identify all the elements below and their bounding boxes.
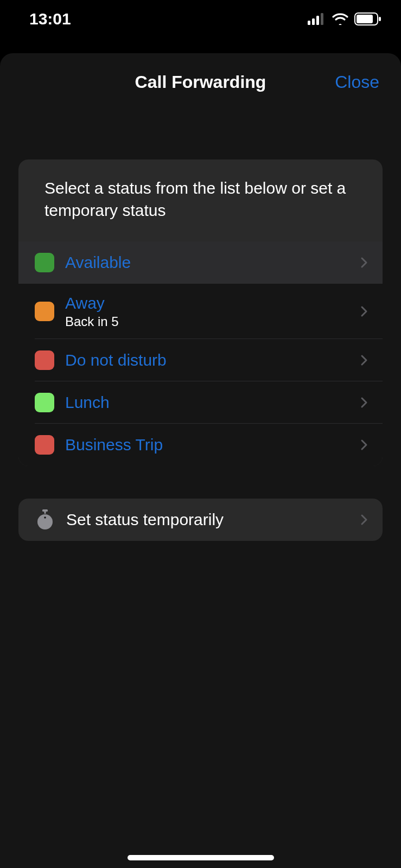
sheet-header: Call Forwarding Close xyxy=(0,53,401,111)
page-title: Call Forwarding xyxy=(135,72,266,92)
status-row[interactable]: Lunch xyxy=(18,381,383,424)
status-list: AvailableAwayBack in 5Do not disturbLunc… xyxy=(18,241,383,466)
status-label: Business Trip xyxy=(65,435,353,455)
svg-rect-8 xyxy=(44,512,46,514)
chevron-right-icon xyxy=(358,305,371,318)
status-row-text: Business Trip xyxy=(65,435,353,455)
svg-rect-5 xyxy=(357,15,373,23)
modal-sheet: Call Forwarding Close Select a status fr… xyxy=(0,53,401,868)
status-color-swatch xyxy=(35,393,54,412)
chevron-right-icon xyxy=(358,354,371,367)
chevron-right-icon xyxy=(358,396,371,409)
wifi-icon xyxy=(332,13,349,25)
status-row-text: Available xyxy=(65,253,353,272)
status-color-swatch xyxy=(35,302,54,321)
status-row-text: AwayBack in 5 xyxy=(65,293,353,329)
svg-rect-6 xyxy=(379,17,381,21)
set-temporary-status-row[interactable]: Set status temporarily xyxy=(18,499,383,541)
status-bar: 13:01 xyxy=(0,0,401,38)
stopwatch-icon xyxy=(35,509,55,530)
chevron-right-icon xyxy=(358,513,371,526)
status-row[interactable]: Do not disturb xyxy=(18,339,383,381)
svg-point-10 xyxy=(44,516,46,519)
status-label: Away xyxy=(65,293,353,313)
status-color-swatch xyxy=(35,350,54,370)
home-indicator xyxy=(128,855,274,860)
close-button[interactable]: Close xyxy=(335,72,379,92)
status-time: 13:01 xyxy=(29,10,71,28)
section-instructions: Select a status from the list below or s… xyxy=(18,159,383,241)
temporary-section: Set status temporarily xyxy=(18,499,383,541)
status-label: Available xyxy=(65,253,353,272)
chevron-right-icon xyxy=(358,438,371,451)
svg-rect-7 xyxy=(42,509,48,512)
status-sublabel: Back in 5 xyxy=(65,314,353,329)
battery-icon xyxy=(354,12,381,25)
chevron-right-icon xyxy=(358,256,371,269)
cellular-icon xyxy=(308,13,326,25)
status-row[interactable]: AwayBack in 5 xyxy=(18,284,383,339)
status-icons xyxy=(308,12,381,25)
status-label: Do not disturb xyxy=(65,350,353,370)
status-row[interactable]: Available xyxy=(18,241,383,284)
svg-rect-3 xyxy=(321,13,323,25)
svg-rect-1 xyxy=(312,18,315,25)
status-row-text: Do not disturb xyxy=(65,350,353,370)
temporary-status-label: Set status temporarily xyxy=(66,510,353,529)
svg-rect-0 xyxy=(308,21,310,25)
status-row-text: Lunch xyxy=(65,393,353,412)
svg-rect-2 xyxy=(316,16,319,25)
status-color-swatch xyxy=(35,435,54,455)
status-label: Lunch xyxy=(65,393,353,412)
status-section: Select a status from the list below or s… xyxy=(18,159,383,466)
status-color-swatch xyxy=(35,253,54,272)
status-row[interactable]: Business Trip xyxy=(18,424,383,466)
